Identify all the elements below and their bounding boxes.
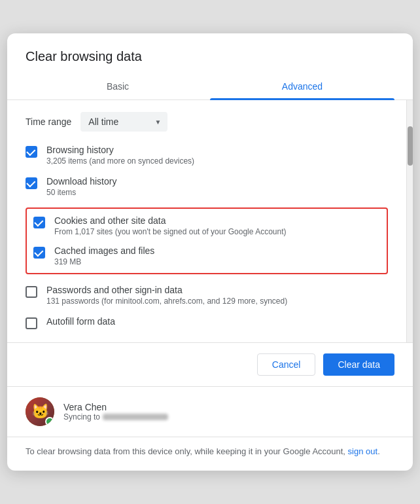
- sync-email-blur: [103, 414, 168, 420]
- item-passwords-label: Passwords and other sign-in data: [46, 285, 287, 295]
- tab-basic[interactable]: Basic: [26, 75, 210, 99]
- item-cached-images: Cached images and files 319 MB: [33, 245, 380, 266]
- item-download-history-desc: 50 items: [46, 188, 116, 197]
- clear-data-button[interactable]: Clear data: [323, 353, 394, 376]
- notice-prefix: To clear browsing data from this device …: [26, 446, 345, 456]
- sign-out-link[interactable]: sign out: [348, 446, 378, 456]
- account-section: 🐱 Vera Chen Syncing to: [7, 386, 413, 437]
- account-info: Vera Chen Syncing to: [63, 402, 168, 422]
- tab-bar: Basic Advanced: [7, 75, 413, 100]
- checkbox-cookies[interactable]: [33, 217, 45, 228]
- item-browsing-history: Browsing history 3,205 items (and more o…: [26, 145, 388, 166]
- scrollbar[interactable]: [406, 100, 413, 342]
- item-cookies-desc: From 1,017 sites (you won't be signed ou…: [54, 227, 287, 236]
- item-browsing-history-desc: 3,205 items (and more on synced devices): [46, 156, 194, 166]
- notice-section: To clear browsing data from this device …: [7, 437, 413, 471]
- dialog-title: Clear browsing data: [7, 33, 413, 64]
- checkbox-browsing-history[interactable]: [26, 146, 37, 158]
- time-range-select-wrapper[interactable]: Last hour Last 24 hours Last 7 days Last…: [80, 112, 167, 132]
- sync-badge: [45, 417, 54, 426]
- footer-buttons: Cancel Clear data: [7, 342, 413, 386]
- item-cookies: Cookies and other site data From 1,017 s…: [33, 215, 380, 236]
- item-cookies-label: Cookies and other site data: [54, 215, 287, 226]
- item-autofill: Autofill form data: [26, 316, 388, 329]
- checkbox-passwords[interactable]: [26, 286, 37, 298]
- checkbox-autofill[interactable]: [26, 317, 37, 329]
- time-range-row: Time range Last hour Last 24 hours Last …: [26, 112, 388, 132]
- avatar: 🐱: [26, 397, 54, 426]
- highlighted-group: Cookies and other site data From 1,017 s…: [26, 207, 388, 274]
- item-download-history-label: Download history: [46, 176, 116, 187]
- account-name: Vera Chen: [63, 402, 168, 412]
- cancel-button[interactable]: Cancel: [257, 353, 316, 376]
- item-passwords-desc: 131 passwords (for minitool.com, ahrefs.…: [46, 297, 287, 306]
- scrollable-content: Time range Last hour Last 24 hours Last …: [7, 100, 406, 342]
- time-range-select[interactable]: Last hour Last 24 hours Last 7 days Last…: [80, 112, 167, 132]
- clear-browsing-data-dialog: Clear browsing data Basic Advanced Time …: [7, 33, 413, 471]
- item-autofill-label: Autofill form data: [46, 316, 115, 327]
- time-range-label: Time range: [26, 117, 71, 127]
- tab-advanced[interactable]: Advanced: [210, 75, 394, 99]
- checkbox-download-history[interactable]: [26, 177, 37, 189]
- checkbox-cached-images[interactable]: [33, 247, 45, 259]
- account-sync-row: Syncing to: [63, 412, 168, 422]
- sync-prefix: Syncing to: [63, 412, 100, 422]
- item-browsing-history-label: Browsing history: [46, 145, 194, 155]
- notice-suffix: .: [377, 446, 380, 456]
- item-cached-images-label: Cached images and files: [54, 245, 154, 256]
- item-cached-images-desc: 319 MB: [54, 257, 154, 266]
- item-download-history: Download history 50 items: [26, 176, 388, 197]
- content-area: Time range Last hour Last 24 hours Last …: [7, 100, 413, 342]
- item-passwords: Passwords and other sign-in data 131 pas…: [26, 285, 388, 306]
